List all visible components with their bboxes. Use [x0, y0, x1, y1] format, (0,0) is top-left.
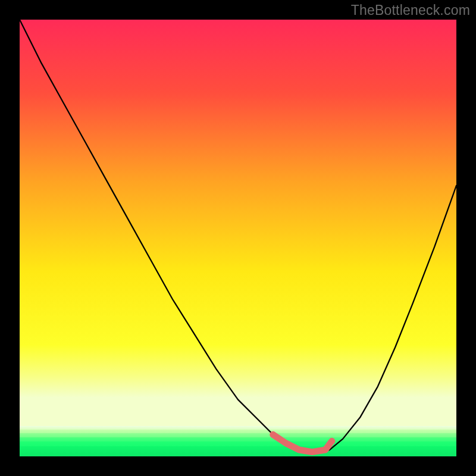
chart-frame: TheBottleneck.com [0, 0, 476, 476]
watermark-text: TheBottleneck.com [351, 2, 470, 18]
optimal-marker [273, 434, 332, 452]
curve-layer [20, 20, 456, 456]
plot-area [20, 20, 456, 456]
bottleneck-curve [20, 20, 456, 452]
